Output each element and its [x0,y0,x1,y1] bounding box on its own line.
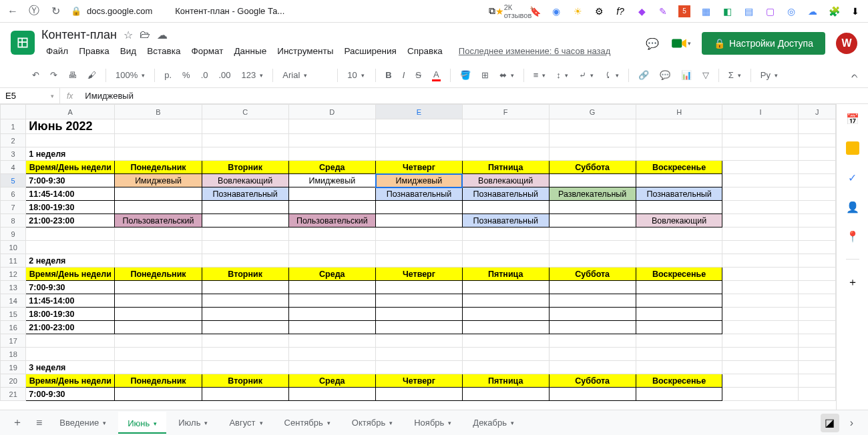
meet-button[interactable]: ▾ [670,33,691,54]
ext-icon-9[interactable]: ▤ [742,5,754,17]
reload-button[interactable]: ↻ [49,5,61,17]
menu-edit[interactable]: Правка [74,43,114,59]
decrease-decimal-button[interactable]: .0 [197,67,212,83]
menu-data[interactable]: Данные [229,43,271,59]
ext-icon-8[interactable]: ◧ [721,5,733,17]
menu-view[interactable]: Вид [116,43,141,59]
side-panel-toggle[interactable]: › [842,417,861,429]
formula-input[interactable]: Имиджевый [79,91,868,101]
fx-icon: fx [60,91,79,101]
currency-button[interactable]: р. [160,67,176,83]
font-size-select[interactable]: 10 [343,67,370,83]
menu-insert[interactable]: Вставка [142,43,185,59]
paint-format-button[interactable]: 🖌 [83,67,100,83]
collapse-toolbar-button[interactable]: ᨈ [849,67,861,83]
extensions-menu-icon[interactable]: 🧩 [828,5,840,17]
tasks-addon-icon[interactable]: ✓ [846,171,859,184]
menu-bar: Файл Правка Вид Вставка Формат Данные Ин… [41,43,639,59]
ext-icon-11[interactable]: ◎ [785,5,797,17]
italic-button[interactable]: I [399,67,409,83]
font-select[interactable]: Arial [278,67,332,83]
wrap-button[interactable]: ⤶ [575,67,598,83]
more-formats-button[interactable]: 123 [238,67,268,83]
name-box[interactable]: E5▾ [0,88,60,103]
sheet-tab-Август[interactable]: Август ▾ [220,412,272,434]
sheet-tab-Октябрь[interactable]: Октябрь ▾ [343,412,402,434]
undo-button[interactable]: ↶ [28,67,43,83]
ext-icon-10[interactable]: ▢ [764,5,776,17]
menu-extensions[interactable]: Расширения [339,43,401,59]
all-sheets-button[interactable]: ≡ [31,413,47,433]
menu-tools[interactable]: Инструменты [272,43,338,59]
comment-button[interactable]: 💬 [656,67,674,83]
link-button[interactable]: 🔗 [634,67,653,83]
ext-icon-5[interactable]: ◆ [636,5,648,17]
back-button[interactable]: ← [7,5,19,17]
chart-button[interactable]: 📊 [677,67,696,83]
menu-format[interactable]: Формат [186,43,228,59]
contacts-addon-icon[interactable]: 👤 [846,200,859,213]
sheet-tab-Июнь[interactable]: Июнь ▾ [118,412,166,434]
ext-icon-12[interactable]: ☁ [807,5,819,17]
maps-addon-icon[interactable]: 📍 [846,230,859,243]
increase-decimal-button[interactable]: .00 [215,67,235,83]
ext-icon-4[interactable]: f? [614,5,626,17]
ext-icon-7[interactable]: ▦ [700,5,712,17]
last-edit-link[interactable]: Последнее изменение: 6 часов назад [454,43,615,59]
fill-color-button[interactable]: 🪣 [456,67,475,83]
ext-icon-3[interactable]: ⚙ [593,5,605,17]
borders-button[interactable]: ⊞ [477,67,493,83]
sheet-tab-Ноябрь[interactable]: Ноябрь ▾ [405,412,461,434]
strike-button[interactable]: S [411,67,425,83]
explore-button[interactable]: ◪ [821,414,839,432]
sheet-tab-Декабрь[interactable]: Декабрь ▾ [463,412,523,434]
text-color-button[interactable]: A [428,67,445,84]
bold-button[interactable]: B [381,67,395,83]
sheet-tab-Введение[interactable]: Введение ▾ [50,412,116,434]
ext-icon-2[interactable]: ☀ [572,5,584,17]
ext-icon-6[interactable]: ✎ [657,5,669,17]
sheet-tab-Сентябрь[interactable]: Сентябрь ▾ [275,412,340,434]
star-reviews[interactable]: ★2К отзывов [507,5,519,17]
input-lang-button[interactable]: Ру [756,67,782,83]
print-button[interactable]: 🖶 [64,67,81,83]
keep-addon-icon[interactable] [846,141,859,155]
formula-bar: E5▾ fx Имиджевый [0,88,868,104]
percent-button[interactable]: % [178,67,194,83]
zoom-select[interactable]: 100% [112,67,149,83]
ext-icon-html[interactable]: 5 [678,5,690,17]
cloud-icon[interactable]: ☁ [157,29,168,41]
sheets-logo[interactable] [11,31,35,55]
rotate-button[interactable]: ⤹ [600,67,623,83]
redo-button[interactable]: ↷ [46,67,61,83]
merge-button[interactable]: ⬌ [495,67,518,83]
yandex-icon[interactable]: Ⓨ [28,5,40,17]
star-icon[interactable]: ☆ [124,29,133,41]
spreadsheet-grid[interactable]: ABCDEFGHIJ1Июнь 2022231 неделя4Время/Ден… [0,104,836,410]
sheet-tabs-bar: ＋ ≡ Введение ▾Июнь ▾Июль ▾Август ▾Сентяб… [0,410,868,435]
add-addon-icon[interactable]: ＋ [846,276,859,289]
address-bar[interactable]: 🔒 docs.google.com [71,6,152,16]
menu-help[interactable]: Справка [403,43,447,59]
browser-chrome: ← Ⓨ ↻ 🔒 docs.google.com Контент-план - G… [0,0,868,23]
functions-button[interactable]: Σ [724,67,745,83]
download-icon[interactable]: ⬇ [849,5,861,17]
toolbar: ↶ ↷ 🖶 🖌 100% р. % .0 .00 123 Arial 10 B … [0,63,868,88]
comments-icon[interactable]: 💬 [646,37,659,50]
ext-icon-1[interactable]: ◉ [550,5,562,17]
v-align-button[interactable]: ↕ [552,67,572,83]
url-domain: docs.google.com [87,6,152,16]
menu-file[interactable]: Файл [41,43,73,59]
sheet-tab-Июль[interactable]: Июль ▾ [169,412,217,434]
share-button[interactable]: 🔒 Настройки Доступа [702,32,825,55]
add-sheet-button[interactable]: ＋ [7,412,28,434]
calendar-addon-icon[interactable]: 📅 [846,112,859,125]
h-align-button[interactable]: ≡ [529,67,550,83]
move-icon[interactable]: 🗁 [140,29,150,41]
document-title[interactable]: Контент-план [41,28,117,42]
svg-rect-0 [672,39,682,48]
side-panel: 📅 ✓ 👤 📍 ＋ [836,104,868,410]
bookmark-icon[interactable]: 🔖 [529,5,541,17]
filter-button[interactable]: ▽ [698,67,713,83]
user-avatar[interactable]: W [836,33,857,54]
